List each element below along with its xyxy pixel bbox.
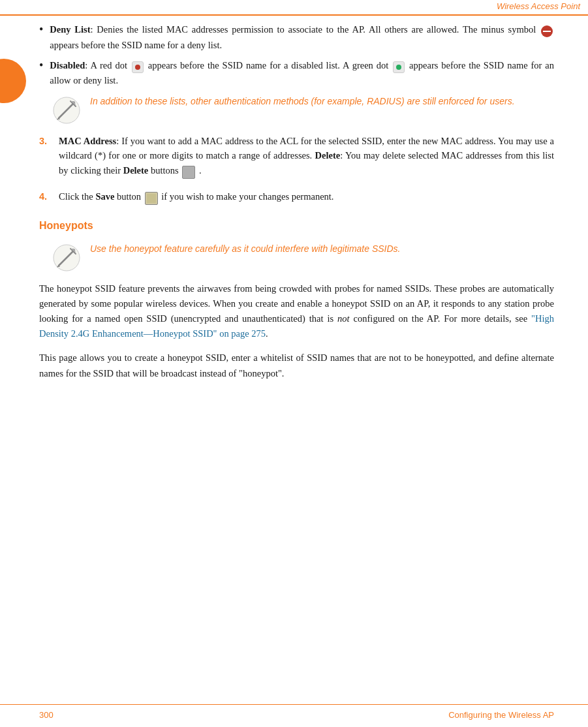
numbered-section: 3. MAC Address: If you want to add a MAC… bbox=[39, 134, 554, 205]
disabled-text2: appears before the SSID name for a disab… bbox=[145, 60, 392, 70]
numbered-item-3: 3. MAC Address: If you want to add a MAC… bbox=[39, 134, 554, 179]
bullet-section: • Deny List: Denies the listed MAC addre… bbox=[39, 22, 554, 88]
green-dot-icon bbox=[393, 59, 405, 73]
note-text-1: In addition to these lists, other authen… bbox=[90, 95, 515, 108]
delete-button-icon bbox=[182, 164, 195, 179]
save-text2: button bbox=[114, 191, 143, 202]
note-pencil-icon-1 bbox=[52, 96, 81, 125]
save-text3: if you wish to make your changes permane… bbox=[159, 191, 334, 202]
deny-list-term: Deny List bbox=[50, 24, 90, 35]
delete-term2: Delete bbox=[123, 165, 149, 176]
header-title: Wireless Access Point bbox=[497, 0, 580, 13]
body-para-1: The honeypot SSID feature prevents the a… bbox=[39, 281, 554, 342]
note-text-2: Use the honeypot feature carefully as it… bbox=[90, 242, 400, 256]
delete-term: Delete bbox=[315, 150, 341, 161]
footer: 300 Configuring the Wireless AP bbox=[0, 704, 588, 727]
body-para-2: This page allows you to create a honeypo… bbox=[39, 350, 554, 380]
numbered-item-4: 4. Click the Save button if you wish to … bbox=[39, 189, 554, 205]
page-wrapper: Wireless Access Point • Deny List: Denie… bbox=[0, 0, 588, 727]
num-content-4: Click the Save button if you wish to mak… bbox=[59, 189, 554, 205]
bullet-content-deny-list: Deny List: Denies the listed MAC address… bbox=[50, 22, 554, 52]
mac-address-term: MAC Address bbox=[59, 136, 116, 146]
main-content: • Deny List: Denies the listed MAC addre… bbox=[0, 22, 588, 381]
bullet-dot: • bbox=[39, 21, 43, 39]
minus-icon bbox=[541, 23, 553, 38]
bullet-item-deny-list: • Deny List: Denies the listed MAC addre… bbox=[39, 22, 554, 52]
disabled-term: Disabled bbox=[50, 60, 85, 70]
num-label-3: 3. bbox=[39, 134, 51, 148]
header-bar: Wireless Access Point bbox=[0, 0, 588, 16]
save-term: Save bbox=[95, 191, 114, 202]
deny-list-text2: appears before the SSID name for a deny … bbox=[50, 40, 222, 50]
footer-chapter: Configuring the Wireless AP bbox=[448, 709, 554, 722]
section-heading-honeypots: Honeypots bbox=[39, 218, 554, 234]
num-content-3: MAC Address: If you want to add a MAC ad… bbox=[59, 134, 554, 179]
italic-not: not bbox=[337, 313, 350, 324]
mac-text4: . bbox=[196, 165, 201, 176]
note-box-1: In addition to these lists, other authen… bbox=[39, 95, 554, 125]
bullet-item-disabled: • Disabled: A red dot appears before the… bbox=[39, 58, 554, 88]
disabled-text1: : A red dot bbox=[85, 60, 131, 70]
note-pencil-icon-2 bbox=[52, 243, 81, 272]
red-dot-icon bbox=[132, 59, 144, 73]
mac-text3: buttons bbox=[148, 165, 181, 176]
bullet-dot-2: • bbox=[39, 57, 43, 75]
link-high-density[interactable]: "High Density 2.4G Enhancement—Honeypot … bbox=[39, 313, 554, 339]
deny-list-text: : Denies the listed MAC addresses permis… bbox=[90, 24, 540, 35]
bullet-content-disabled: Disabled: A red dot appears before the S… bbox=[50, 58, 554, 88]
num-label-4: 4. bbox=[39, 189, 51, 204]
note-box-2: Use the honeypot feature carefully as it… bbox=[39, 242, 554, 272]
footer-page: 300 bbox=[39, 709, 54, 722]
save-text1: Click the bbox=[59, 191, 95, 202]
save-button-icon bbox=[145, 190, 158, 205]
